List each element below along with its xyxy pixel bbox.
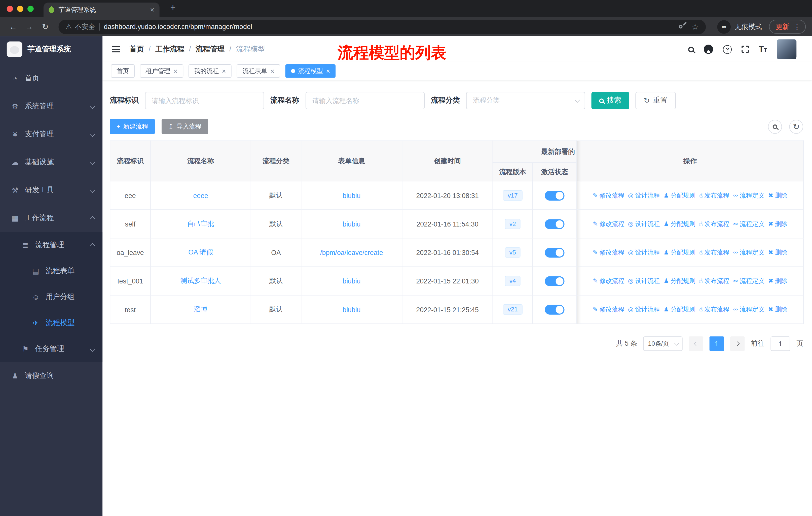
page-number-button[interactable]: 1 (709, 336, 724, 351)
process-name-link[interactable]: OA 请假 (188, 248, 213, 256)
goto-page-input[interactable] (771, 336, 790, 351)
tag-close-icon[interactable]: × (270, 67, 274, 75)
window-zoom-button[interactable] (27, 5, 34, 12)
help-icon[interactable]: ? (723, 45, 732, 54)
sidebar-item-leave-query[interactable]: ♟ 请假查询 (0, 362, 103, 390)
edit-process-link[interactable]: ✎修改流程 (593, 191, 625, 200)
sidebar-item-payment[interactable]: ¥ 支付管理 (0, 120, 103, 148)
assign-rule-link[interactable]: ♟分配规则 (664, 277, 695, 286)
tag-close-icon[interactable]: × (173, 67, 177, 75)
bookmark-star-icon[interactable]: ☆ (692, 22, 699, 31)
window-minimize-button[interactable] (17, 5, 23, 12)
assign-rule-link[interactable]: ♟分配规则 (664, 219, 695, 228)
reset-button[interactable]: ↻ 重置 (635, 92, 675, 109)
back-icon[interactable]: ← (6, 22, 20, 31)
design-process-link[interactable]: ◎设计流程 (628, 305, 660, 314)
tag-close-icon[interactable]: × (222, 67, 226, 75)
edit-process-link[interactable]: ✎修改流程 (593, 248, 625, 257)
activation-toggle[interactable] (545, 247, 564, 257)
github-icon[interactable] (704, 45, 713, 54)
tag-close-icon[interactable]: × (326, 67, 330, 75)
breadcrumb-workflow[interactable]: 工作流程 (155, 45, 196, 54)
assign-rule-link[interactable]: ♟分配规则 (664, 248, 695, 257)
reload-icon[interactable]: ↻ (38, 22, 52, 31)
address-bar[interactable]: ⚠ 不安全 dashboard.yudao.iocoder.cn/bpm/man… (58, 19, 706, 34)
delete-link[interactable]: ✖删除 (768, 248, 787, 257)
sidebar-item-system[interactable]: ⚙ 系统管理 (0, 92, 103, 120)
form-info-link[interactable]: /bpm/oa/leave/create (320, 249, 383, 256)
process-definition-link[interactable]: ∾流程定义 (733, 191, 765, 200)
activation-toggle[interactable] (545, 276, 564, 286)
process-name-link[interactable]: 测试多审批人 (180, 277, 221, 285)
prev-page-button[interactable] (689, 336, 703, 351)
forward-icon[interactable]: → (22, 22, 36, 31)
password-key-icon[interactable] (678, 24, 683, 29)
page-size-select[interactable]: 10条/页 (643, 336, 683, 351)
font-size-icon[interactable]: TT (759, 45, 767, 54)
sidebar-item-workflow[interactable]: ▦ 工作流程 (0, 204, 103, 232)
process-category-select[interactable]: 流程分类 (466, 92, 585, 109)
edit-process-link[interactable]: ✎修改流程 (593, 277, 625, 286)
toggle-search-button[interactable] (768, 119, 782, 134)
delete-link[interactable]: ✖删除 (768, 305, 787, 314)
tag-process-model[interactable]: 流程模型 × (285, 64, 336, 78)
edit-process-link[interactable]: ✎修改流程 (593, 219, 625, 228)
process-name-input[interactable] (306, 92, 425, 109)
form-info-link[interactable]: biubiu (343, 306, 360, 314)
next-page-button[interactable] (730, 336, 745, 351)
design-process-link[interactable]: ◎设计流程 (628, 248, 660, 257)
sidebar-item-home[interactable]: ◔ 首页 (0, 64, 103, 92)
publish-process-link[interactable]: ☝发布流程 (699, 191, 729, 200)
fullscreen-icon[interactable] (742, 46, 749, 53)
browser-tab[interactable]: 芋道管理系统 × (44, 2, 160, 17)
browser-menu-icon[interactable]: ⋮ (793, 22, 801, 31)
browser-update-button[interactable]: 更新 ⋮ (769, 20, 806, 34)
delete-link[interactable]: ✖删除 (768, 191, 787, 200)
user-avatar[interactable] (777, 39, 796, 59)
form-info-link[interactable]: biubiu (343, 191, 360, 199)
sidebar-item-process-model[interactable]: ✈ 流程模型 (0, 310, 103, 336)
process-name-link[interactable]: 自己审批 (187, 220, 214, 227)
search-button[interactable]: 搜索 (591, 92, 629, 109)
activation-toggle[interactable] (545, 219, 564, 229)
tag-my-process[interactable]: 我的流程 × (188, 64, 232, 78)
publish-process-link[interactable]: ☝发布流程 (699, 277, 729, 286)
publish-process-link[interactable]: ☝发布流程 (699, 248, 729, 257)
assign-rule-link[interactable]: ♟分配规则 (664, 191, 695, 200)
create-process-button[interactable]: + 新建流程 (110, 119, 155, 134)
process-name-link[interactable]: eeee (193, 191, 208, 199)
process-definition-link[interactable]: ∾流程定义 (733, 277, 765, 286)
breadcrumb-process-management[interactable]: 流程管理 (196, 45, 236, 54)
assign-rule-link[interactable]: ♟分配规则 (664, 305, 695, 314)
new-tab-button[interactable]: + (167, 2, 179, 13)
sidebar-item-devtools[interactable]: ⚒ 研发工具 (0, 176, 103, 204)
import-process-button[interactable]: ↥ 导入流程 (162, 119, 208, 134)
sidebar-item-infrastructure[interactable]: ☁ 基础设施 (0, 148, 103, 176)
window-close-button[interactable] (7, 5, 13, 12)
process-definition-link[interactable]: ∾流程定义 (733, 305, 765, 314)
tab-close-icon[interactable]: × (150, 6, 154, 14)
breadcrumb-home[interactable]: 首页 (129, 45, 155, 54)
process-name-link[interactable]: 滔博 (194, 305, 207, 313)
design-process-link[interactable]: ◎设计流程 (628, 277, 660, 286)
sidebar-item-user-group[interactable]: ☺ 用户分组 (0, 284, 103, 310)
tag-home[interactable]: 首页 (111, 64, 135, 78)
security-chip[interactable]: ⚠ 不安全 (66, 22, 95, 31)
activation-toggle[interactable] (545, 190, 564, 200)
edit-process-link[interactable]: ✎修改流程 (593, 305, 625, 314)
process-key-input[interactable] (145, 92, 264, 109)
design-process-link[interactable]: ◎设计流程 (628, 219, 660, 228)
tag-tenant-management[interactable]: 租户管理 × (140, 64, 183, 78)
sidebar-item-task-management[interactable]: ⚑ 任务管理 (0, 336, 103, 362)
publish-process-link[interactable]: ☝发布流程 (699, 219, 729, 228)
sidebar-item-process-management[interactable]: ≣ 流程管理 (0, 232, 103, 258)
process-definition-link[interactable]: ∾流程定义 (733, 248, 765, 257)
delete-link[interactable]: ✖删除 (768, 219, 787, 228)
process-definition-link[interactable]: ∾流程定义 (733, 219, 765, 228)
form-info-link[interactable]: biubiu (343, 220, 360, 228)
form-info-link[interactable]: biubiu (343, 277, 360, 285)
publish-process-link[interactable]: ☝发布流程 (699, 305, 729, 314)
activation-toggle[interactable] (545, 305, 564, 315)
sidebar-collapse-icon[interactable] (112, 49, 120, 50)
search-icon[interactable] (689, 46, 694, 52)
